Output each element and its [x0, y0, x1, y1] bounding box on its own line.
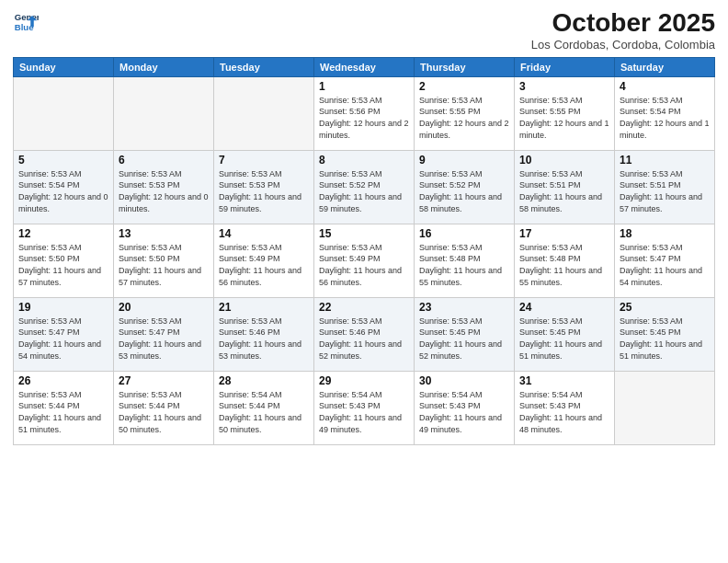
table-row: 23Sunrise: 5:53 AM Sunset: 5:45 PM Dayli… — [415, 297, 515, 371]
day-info: Sunrise: 5:54 AM Sunset: 5:43 PM Dayligh… — [419, 389, 509, 435]
table-row: 24Sunrise: 5:53 AM Sunset: 5:45 PM Dayli… — [515, 297, 615, 371]
day-info: Sunrise: 5:53 AM Sunset: 5:47 PM Dayligh… — [18, 316, 108, 362]
day-info: Sunrise: 5:53 AM Sunset: 5:45 PM Dayligh… — [419, 316, 509, 362]
table-row: 18Sunrise: 5:53 AM Sunset: 5:47 PM Dayli… — [615, 224, 715, 297]
table-row: 3Sunrise: 5:53 AM Sunset: 5:55 PM Daylig… — [515, 76, 615, 150]
day-info: Sunrise: 5:53 AM Sunset: 5:56 PM Dayligh… — [319, 95, 409, 141]
day-info: Sunrise: 5:53 AM Sunset: 5:54 PM Dayligh… — [620, 95, 710, 141]
logo: General Blue — [13, 9, 39, 35]
table-row — [214, 76, 314, 150]
table-row: 22Sunrise: 5:53 AM Sunset: 5:46 PM Dayli… — [314, 297, 415, 371]
calendar-week-row: 26Sunrise: 5:53 AM Sunset: 5:44 PM Dayli… — [14, 371, 715, 444]
table-row — [615, 371, 715, 444]
table-row: 5Sunrise: 5:53 AM Sunset: 5:54 PM Daylig… — [14, 150, 114, 224]
day-info: Sunrise: 5:53 AM Sunset: 5:47 PM Dayligh… — [119, 316, 209, 362]
table-row: 19Sunrise: 5:53 AM Sunset: 5:47 PM Dayli… — [14, 297, 114, 371]
table-row: 12Sunrise: 5:53 AM Sunset: 5:50 PM Dayli… — [14, 224, 114, 297]
header-friday: Friday — [515, 57, 615, 76]
day-number: 1 — [319, 80, 409, 93]
day-number: 28 — [219, 374, 309, 387]
table-row: 14Sunrise: 5:53 AM Sunset: 5:49 PM Dayli… — [214, 224, 314, 297]
table-row: 4Sunrise: 5:53 AM Sunset: 5:54 PM Daylig… — [615, 76, 715, 150]
day-number: 10 — [519, 154, 609, 167]
month-title: October 2025 — [531, 9, 715, 38]
day-number: 23 — [419, 301, 509, 314]
day-info: Sunrise: 5:53 AM Sunset: 5:53 PM Dayligh… — [119, 168, 209, 214]
table-row: 28Sunrise: 5:54 AM Sunset: 5:44 PM Dayli… — [214, 371, 314, 444]
table-row: 10Sunrise: 5:53 AM Sunset: 5:51 PM Dayli… — [515, 150, 615, 224]
table-row: 1Sunrise: 5:53 AM Sunset: 5:56 PM Daylig… — [314, 76, 415, 150]
day-info: Sunrise: 5:53 AM Sunset: 5:45 PM Dayligh… — [620, 316, 710, 362]
day-info: Sunrise: 5:53 AM Sunset: 5:44 PM Dayligh… — [119, 389, 209, 435]
table-row: 27Sunrise: 5:53 AM Sunset: 5:44 PM Dayli… — [114, 371, 214, 444]
header-saturday: Saturday — [615, 57, 715, 76]
day-info: Sunrise: 5:53 AM Sunset: 5:50 PM Dayligh… — [18, 242, 108, 288]
day-info: Sunrise: 5:53 AM Sunset: 5:53 PM Dayligh… — [219, 168, 309, 214]
day-info: Sunrise: 5:53 AM Sunset: 5:47 PM Dayligh… — [620, 242, 710, 288]
day-info: Sunrise: 5:53 AM Sunset: 5:46 PM Dayligh… — [319, 316, 409, 362]
day-number: 5 — [18, 154, 108, 167]
day-number: 2 — [419, 80, 509, 93]
table-row: 16Sunrise: 5:53 AM Sunset: 5:48 PM Dayli… — [415, 224, 515, 297]
day-number: 17 — [519, 227, 609, 240]
weekday-header-row: Sunday Monday Tuesday Wednesday Thursday… — [14, 57, 715, 76]
table-row: 2Sunrise: 5:53 AM Sunset: 5:55 PM Daylig… — [415, 76, 515, 150]
day-number: 12 — [18, 227, 108, 240]
header-sunday: Sunday — [14, 57, 114, 76]
day-info: Sunrise: 5:54 AM Sunset: 5:43 PM Dayligh… — [319, 389, 409, 435]
day-info: Sunrise: 5:53 AM Sunset: 5:49 PM Dayligh… — [319, 242, 409, 288]
day-info: Sunrise: 5:53 AM Sunset: 5:44 PM Dayligh… — [18, 389, 108, 435]
table-row: 13Sunrise: 5:53 AM Sunset: 5:50 PM Dayli… — [114, 224, 214, 297]
table-row: 17Sunrise: 5:53 AM Sunset: 5:48 PM Dayli… — [515, 224, 615, 297]
day-number: 25 — [620, 301, 710, 314]
day-number: 30 — [419, 374, 509, 387]
day-number: 13 — [119, 227, 209, 240]
day-number: 26 — [18, 374, 108, 387]
header-wednesday: Wednesday — [314, 57, 415, 76]
day-info: Sunrise: 5:53 AM Sunset: 5:46 PM Dayligh… — [219, 316, 309, 362]
location: Los Cordobas, Cordoba, Colombia — [531, 38, 715, 52]
calendar-week-row: 1Sunrise: 5:53 AM Sunset: 5:56 PM Daylig… — [14, 76, 715, 150]
table-row: 31Sunrise: 5:54 AM Sunset: 5:43 PM Dayli… — [515, 371, 615, 444]
table-row: 20Sunrise: 5:53 AM Sunset: 5:47 PM Dayli… — [114, 297, 214, 371]
table-row: 29Sunrise: 5:54 AM Sunset: 5:43 PM Dayli… — [314, 371, 415, 444]
table-row — [114, 76, 214, 150]
table-row: 7Sunrise: 5:53 AM Sunset: 5:53 PM Daylig… — [214, 150, 314, 224]
day-info: Sunrise: 5:53 AM Sunset: 5:50 PM Dayligh… — [119, 242, 209, 288]
table-row — [14, 76, 114, 150]
day-info: Sunrise: 5:53 AM Sunset: 5:55 PM Dayligh… — [519, 95, 609, 141]
day-number: 15 — [319, 227, 409, 240]
day-number: 27 — [119, 374, 209, 387]
table-row: 11Sunrise: 5:53 AM Sunset: 5:51 PM Dayli… — [615, 150, 715, 224]
table-row: 15Sunrise: 5:53 AM Sunset: 5:49 PM Dayli… — [314, 224, 415, 297]
day-number: 11 — [620, 154, 710, 167]
day-number: 14 — [219, 227, 309, 240]
day-number: 18 — [620, 227, 710, 240]
table-row: 26Sunrise: 5:53 AM Sunset: 5:44 PM Dayli… — [14, 371, 114, 444]
day-number: 3 — [519, 80, 609, 93]
day-number: 21 — [219, 301, 309, 314]
header-thursday: Thursday — [415, 57, 515, 76]
day-number: 4 — [620, 80, 710, 93]
calendar-week-row: 12Sunrise: 5:53 AM Sunset: 5:50 PM Dayli… — [14, 224, 715, 297]
day-number: 7 — [219, 154, 309, 167]
day-info: Sunrise: 5:53 AM Sunset: 5:52 PM Dayligh… — [419, 168, 509, 214]
day-info: Sunrise: 5:53 AM Sunset: 5:48 PM Dayligh… — [519, 242, 609, 288]
day-number: 9 — [419, 154, 509, 167]
day-info: Sunrise: 5:53 AM Sunset: 5:45 PM Dayligh… — [519, 316, 609, 362]
day-info: Sunrise: 5:53 AM Sunset: 5:55 PM Dayligh… — [419, 95, 509, 141]
table-row: 21Sunrise: 5:53 AM Sunset: 5:46 PM Dayli… — [214, 297, 314, 371]
header-monday: Monday — [114, 57, 214, 76]
day-number: 24 — [519, 301, 609, 314]
header-tuesday: Tuesday — [214, 57, 314, 76]
day-number: 31 — [519, 374, 609, 387]
day-info: Sunrise: 5:53 AM Sunset: 5:51 PM Dayligh… — [519, 168, 609, 214]
header: General Blue October 2025 Los Cordobas, … — [13, 9, 715, 52]
title-block: October 2025 Los Cordobas, Cordoba, Colo… — [531, 9, 715, 52]
day-info: Sunrise: 5:54 AM Sunset: 5:43 PM Dayligh… — [519, 389, 609, 435]
day-number: 16 — [419, 227, 509, 240]
calendar-week-row: 5Sunrise: 5:53 AM Sunset: 5:54 PM Daylig… — [14, 150, 715, 224]
table-row: 25Sunrise: 5:53 AM Sunset: 5:45 PM Dayli… — [615, 297, 715, 371]
table-row: 9Sunrise: 5:53 AM Sunset: 5:52 PM Daylig… — [415, 150, 515, 224]
day-number: 6 — [119, 154, 209, 167]
